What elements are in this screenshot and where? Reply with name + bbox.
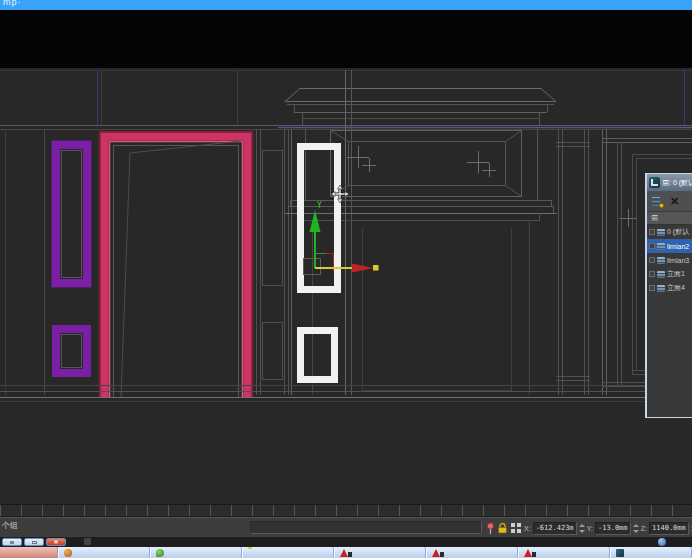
window-control-row: ✕ [0,537,692,547]
layer-dialog-toolbar: ✕ [647,191,692,212]
layer-row-label: 立面4 [667,283,685,293]
mini-status-icon [84,538,91,545]
layer-row-limian3[interactable]: limian3 [647,253,692,267]
layer-dialog[interactable]: 层: 0 (默认 ✕ 层 0 (默认 limian2 limian3 [645,173,692,418]
left-wall-lines [6,129,45,395]
title-text-fragment: mp· [3,0,22,7]
purple-panel-top[interactable] [52,141,92,288]
layer-toggle-checkbox[interactable] [649,257,655,263]
taskbar-button-4[interactable] [334,547,426,558]
app-top-black-band [0,10,692,68]
selection-count-text: 个组 [2,520,18,531]
close-icon[interactable]: ✕ [670,196,679,207]
cornice-wireframe [285,89,556,126]
layer-row-limian2[interactable]: limian2 [647,239,692,253]
layer-toggle-checkbox[interactable] [649,285,655,291]
window-close-button[interactable]: ✕ [46,538,66,546]
layer-row-default[interactable]: 0 (默认 [647,225,692,239]
layer-icon [657,285,665,292]
layer-row-label: 0 (默认 [667,227,689,237]
selection-lock-icon[interactable] [497,522,508,534]
layer-list: 0 (默认 limian2 limian3 立面1 立面4 [647,225,692,417]
mid-pilaster [257,129,289,395]
taskbar-start-area[interactable] [0,547,58,558]
max-app-icon [616,549,624,557]
z-coordinate-field[interactable]: 1140.0mm [649,522,689,535]
layer-dialog-title: 层: 0 (默认 [662,178,692,188]
x-coordinate-field[interactable]: -612.423m [533,522,577,535]
layer-dialog-titlebar[interactable]: 层: 0 (默认 [647,174,692,191]
layer-icon [657,271,665,278]
tray-blue-icon[interactable] [658,538,666,546]
z-coordinate-label: Z: [641,525,647,532]
top-title-bar: mp· [0,0,692,10]
gizmo-y-axis-label: Y [317,201,322,210]
green-app-icon [156,549,164,557]
pin-icon[interactable] [486,522,495,535]
layer-row-label: limian2 [667,243,689,250]
layer-row-label: 立面1 [667,269,685,279]
taskbar-button-2[interactable] [150,547,242,558]
layer-icon [657,229,665,236]
selected-object-bottom[interactable] [301,331,335,380]
timeline-track-bar[interactable] [0,504,692,517]
windows-taskbar [0,547,692,558]
layer-list-column-header[interactable]: 层 [647,212,692,225]
layer-toggle-checkbox[interactable] [649,271,655,277]
layer-toggle-checkbox[interactable] [649,243,655,249]
layer-icon [657,257,665,264]
xy-grid-icon[interactable] [510,522,522,534]
taskbar-button-1[interactable] [58,547,150,558]
screen: mp· [0,0,692,558]
window-menu-button[interactable] [2,538,22,546]
orange-app-icon [64,549,72,557]
taskbar-button-3[interactable] [242,547,334,558]
layer-row-limian4[interactable]: 立面4 [647,281,692,295]
y-coordinate-label: Y: [587,525,593,532]
door-leaf-lines [121,141,241,398]
window-controls: ✕ [2,538,66,546]
layer-toggle-checkbox[interactable] [649,229,655,235]
taskbar-button-6[interactable] [518,547,610,558]
max-logo-icon [649,177,660,188]
gizmo-y-axis[interactable]: Y [310,201,323,268]
window-restore-button[interactable] [24,538,44,546]
door-frame[interactable] [100,132,253,399]
y-coordinate-field[interactable]: -13.0mm [595,522,631,535]
y-spinner[interactable] [633,522,639,535]
status-bar: 个组 X: -612.423m Y: -13.0mm Z: 1140.0mm [0,517,692,537]
prompt-line-field [250,521,482,534]
x-coordinate-label: X: [524,525,531,532]
3d-viewport[interactable]: Y [0,68,692,504]
mantel-shelf-lines [285,201,557,221]
taskbar-button-5[interactable] [426,547,518,558]
layer-row-limian1[interactable]: 立面1 [647,267,692,281]
layer-icon [657,243,665,250]
helper-cross-marks [347,146,637,227]
gizmo-x-axis[interactable] [315,264,379,273]
wireframe-scene: Y [0,68,692,504]
layer-row-label: limian3 [667,257,689,264]
x-spinner[interactable] [579,522,585,535]
coordinate-cluster: X: -612.423m Y: -13.0mm Z: 1140.0mm 栅 [486,520,692,536]
purple-panel-bottom[interactable] [56,329,87,373]
layers-icon[interactable] [651,196,663,207]
taskbar-button-7[interactable] [610,547,692,558]
